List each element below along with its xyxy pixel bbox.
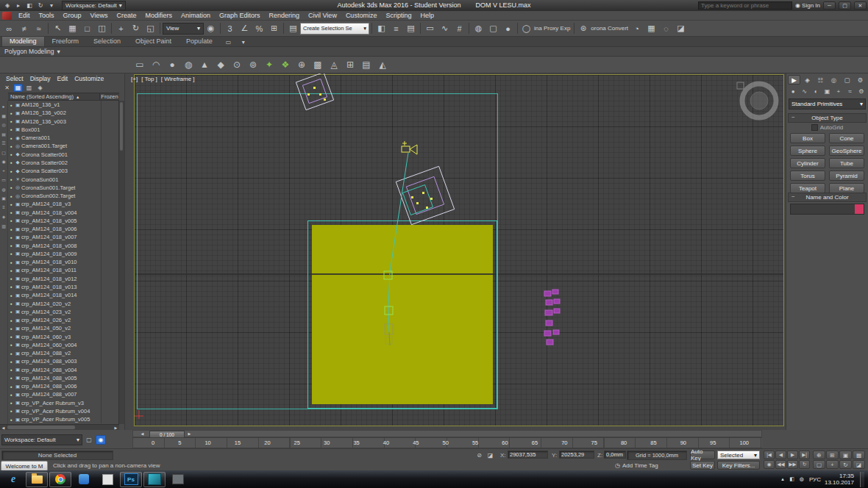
snap-toggle-icon[interactable]: 3 <box>223 22 237 35</box>
mirror-align-icon[interactable]: ◧ <box>374 22 388 35</box>
z-coordinate-field[interactable]: 0,0mm <box>604 451 626 459</box>
render-icon[interactable]: ● <box>501 22 515 35</box>
scene-object-row[interactable]: ▣ crp_AM124_018_v005 <box>8 217 119 225</box>
frozen-cell[interactable] <box>101 407 119 415</box>
frozen-cell[interactable] <box>101 291 119 299</box>
scene-object-row[interactable]: ▣ crp_AM124_018_v012 <box>8 275 119 283</box>
viewport-shading-menu[interactable]: [ Wireframe ] <box>161 76 195 82</box>
frozen-cell[interactable] <box>101 184 119 192</box>
primitive-button[interactable]: Box <box>790 133 825 143</box>
tab-selection[interactable]: Selection <box>86 36 128 46</box>
menu-item[interactable]: Modifiers <box>140 12 177 19</box>
scene-object-row[interactable]: ◎ CoronaSun002.Target <box>8 192 119 200</box>
frozen-cell[interactable] <box>101 341 119 349</box>
frozen-cell[interactable] <box>101 415 119 423</box>
scene-object-row[interactable]: ▣ crp_AM124_018_v011 <box>8 266 119 274</box>
frozen-cell[interactable] <box>101 208 119 216</box>
taskbar-blue-app[interactable] <box>73 472 95 487</box>
frozen-cell[interactable] <box>101 283 119 291</box>
scene-object-row[interactable]: ☀ CoronaSun001 <box>8 175 119 183</box>
workspace-toggle-icon[interactable]: ◉ <box>96 435 106 445</box>
scrollbar-thumb[interactable] <box>120 102 123 151</box>
scroll-right-icon[interactable]: ▶ <box>113 425 119 430</box>
selection-set-combo[interactable]: Create Selection Se ▾ <box>300 23 369 35</box>
explorer-settings-icon[interactable]: ◈ <box>35 84 45 92</box>
max-app-icon[interactable] <box>2 12 12 20</box>
menu-item[interactable]: Group <box>59 12 86 19</box>
scene-object-row[interactable]: ▣ crp_AM124_023_v2 <box>8 308 119 316</box>
modeling-toolbar-icon[interactable]: ◠ <box>149 58 163 72</box>
menu-item[interactable]: Help <box>416 12 438 19</box>
named-selection-icon[interactable]: ▤ <box>286 22 300 35</box>
modeling-toolbar-icon[interactable]: ⊞ <box>343 58 357 72</box>
explorer-filter-icon[interactable]: ▣ <box>1 195 7 201</box>
frozen-cell[interactable] <box>101 151 119 159</box>
explorer-filter-icon[interactable]: ◎ <box>1 121 7 128</box>
modeling-toolbar-icon[interactable]: ▩ <box>310 58 325 72</box>
frozen-cell[interactable] <box>101 266 119 274</box>
taskbar-chrome[interactable] <box>49 472 71 487</box>
menu-item[interactable]: Animation <box>177 12 215 19</box>
close-button[interactable]: ✕ <box>854 1 867 10</box>
welcome-screen-button[interactable]: Welcome to M <box>1 461 48 471</box>
tray-icon[interactable]: ◧ <box>789 475 796 484</box>
create-category-icon[interactable]: ≈ <box>844 87 855 96</box>
command-panel-tab-icon[interactable]: ◎ <box>828 75 840 85</box>
scene-object-row[interactable]: ▣ crp_AM124_018_v007 <box>8 233 119 241</box>
explorer-menu-item[interactable]: Display <box>27 75 54 82</box>
modeling-toolbar-icon[interactable]: ▤ <box>359 58 374 72</box>
link-tool-icon[interactable]: ≈ <box>32 22 46 35</box>
viewport-nav-icon[interactable]: ◪ <box>853 460 865 469</box>
frozen-column-header[interactable]: Frozen <box>99 93 119 100</box>
frame-back-icon[interactable]: ◀ <box>139 431 146 437</box>
scene-object-row[interactable]: ▣ crp_AM124_060_v004 <box>8 341 119 349</box>
frozen-cell[interactable] <box>101 258 119 266</box>
playback-control-icon[interactable]: |◀ <box>764 451 775 459</box>
taskbar-explorer[interactable] <box>26 472 48 487</box>
command-panel-tab-icon[interactable]: ◈ <box>801 75 814 85</box>
ribbon-options-icon[interactable]: ▾ <box>238 37 249 46</box>
primitive-button[interactable]: Torus <box>790 171 825 181</box>
snap-toggle-icon[interactable]: ⊞ <box>267 22 281 35</box>
key-selection-combo[interactable]: Selected ▾ <box>717 451 760 459</box>
frozen-cell[interactable] <box>101 118 119 126</box>
explorer-menu-item[interactable]: Customize <box>71 75 107 82</box>
primitive-button[interactable]: Teapot <box>790 183 825 193</box>
tab-populate[interactable]: Populate <box>179 36 220 46</box>
selection-tool-icon[interactable]: □ <box>80 22 94 35</box>
scene-object-row[interactable]: ▣ crp_AM124_018_v009 <box>8 250 119 258</box>
snap-toggle-icon[interactable]: % <box>252 22 266 35</box>
frozen-cell[interactable] <box>101 250 119 258</box>
editor-icon[interactable]: # <box>452 22 466 35</box>
scene-object-row[interactable]: ▣ crp_AM124_018_v014 <box>8 291 119 299</box>
explorer-filter-icon[interactable]: ▦ <box>1 112 7 119</box>
selection-tool-icon[interactable]: ◫ <box>95 22 109 35</box>
scene-object-row[interactable]: ▣ crp_AM124_088_v2 <box>8 349 119 357</box>
scene-object-row[interactable]: ▣ Box001 <box>8 126 119 134</box>
taskbar-3dsmax[interactable] <box>143 472 166 487</box>
primitive-button[interactable]: GeoSphere <box>829 146 864 156</box>
playback-control-icon[interactable]: ◀◀ <box>775 460 786 469</box>
frozen-cell[interactable] <box>101 175 119 183</box>
explorer-vertical-scrollbar[interactable] <box>118 101 124 424</box>
show-desktop-button[interactable] <box>860 472 864 487</box>
taskbar-clock[interactable]: 17:35 13.10.2017 <box>825 473 854 486</box>
explorer-filter-icon[interactable]: ▢ <box>1 149 7 156</box>
scene-object-row[interactable]: ◎ Camera001.Target <box>8 142 119 150</box>
menu-item[interactable]: Tools <box>35 12 59 19</box>
playback-control-icon[interactable]: ▶ <box>787 451 798 459</box>
modeling-toolbar-icon[interactable]: ◬ <box>327 58 341 72</box>
menu-item[interactable]: Rendering <box>265 12 305 19</box>
link-tool-icon[interactable]: ∞ <box>2 22 16 35</box>
transform-tool-icon[interactable]: ◱ <box>143 22 157 35</box>
modeling-toolbar-icon[interactable]: ◍ <box>181 58 196 72</box>
scene-object-row[interactable]: ▣ crp_AM124_018_v008 <box>8 242 119 250</box>
create-category-icon[interactable]: ⚙ <box>856 87 867 96</box>
minimize-button[interactable]: ─ <box>823 1 836 10</box>
editor-icon[interactable]: ▭ <box>423 22 437 35</box>
frozen-cell[interactable] <box>101 357 119 365</box>
playback-control-icon[interactable]: ◉ <box>764 460 775 469</box>
menu-item[interactable]: Customize <box>341 12 382 19</box>
y-coordinate-field[interactable]: 20253,29 <box>559 451 594 459</box>
frozen-cell[interactable] <box>101 242 119 250</box>
